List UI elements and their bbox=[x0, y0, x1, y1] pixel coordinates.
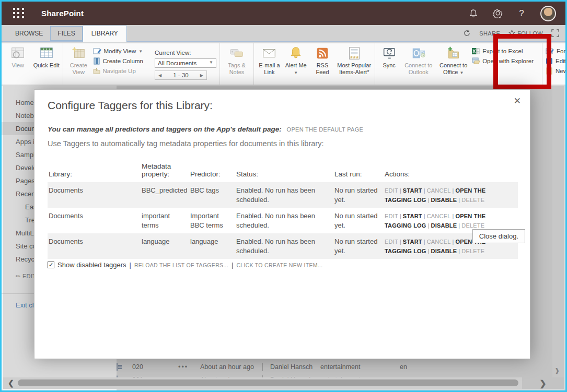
follow-link[interactable]: FOLLOW bbox=[508, 30, 543, 37]
open-default-page-link[interactable]: OPEN THE DEFAULT PAGE bbox=[287, 126, 364, 133]
tagger-actions: EDIT | START | CANCEL | OPEN THE TAGGING… bbox=[384, 182, 518, 208]
export-excel-button[interactable]: Export to Excel bbox=[472, 47, 539, 55]
taggers-col-header: Metadata property: bbox=[141, 159, 189, 182]
tab-files[interactable]: FILES bbox=[50, 26, 82, 41]
action-disable[interactable]: DISABLE bbox=[431, 222, 457, 229]
action-cancel: CANCEL bbox=[427, 239, 451, 245]
action-start[interactable]: START bbox=[403, 213, 422, 219]
tagger-cell-status: Enabled. No run has been scheduled. bbox=[235, 182, 333, 208]
reload-taggers-link[interactable]: RELOAD THE LIST OF TAGGERS... bbox=[134, 262, 228, 268]
tagger-row: DocumentsBBC_predictedBBC tagsEnabled. N… bbox=[48, 182, 518, 208]
action-separator: | bbox=[451, 187, 456, 194]
modify-view-button[interactable]: Modify View▼ bbox=[93, 47, 153, 55]
edit-library-icon bbox=[546, 57, 553, 65]
action-delete: DELETE bbox=[461, 197, 484, 203]
form-web-parts-button[interactable]: Form Web Parts▼ bbox=[546, 47, 567, 55]
close-dialog-button[interactable]: Close dialog. bbox=[472, 229, 525, 243]
user-avatar[interactable] bbox=[540, 6, 556, 21]
tagger-row: DocumentslanguagelanguageEnabled. No run… bbox=[48, 233, 518, 259]
follow-star-icon bbox=[508, 30, 515, 37]
tagger-cell-last_run: No run started yet. bbox=[333, 208, 384, 233]
alert-me-button[interactable]: Alert Me ▼ bbox=[284, 45, 308, 77]
group-customize-library: Form Web Parts▼ Edit Library New Quick S… bbox=[542, 43, 567, 85]
refresh-icon[interactable] bbox=[463, 29, 471, 37]
group-manage-views: Create View Modify View▼ Create Column N… bbox=[63, 43, 220, 85]
edit-library-button[interactable]: Edit Library bbox=[546, 57, 567, 65]
ribbon: View Quick Edit Create View Modify View▼… bbox=[2, 43, 565, 85]
action-separator: | bbox=[457, 222, 461, 229]
sync-button[interactable]: Sync bbox=[378, 45, 400, 77]
create-column-button[interactable]: Create Column bbox=[93, 57, 153, 65]
tagger-cell-status: Enabled. No run has been scheduled. bbox=[235, 208, 333, 233]
action-separator: | bbox=[457, 248, 461, 254]
form-web-parts-icon bbox=[546, 47, 554, 55]
action-edit: EDIT bbox=[385, 187, 398, 194]
tags-notes-button[interactable]: Tags & Notes bbox=[223, 45, 250, 77]
action-edit: EDIT bbox=[385, 239, 398, 245]
group-share-track: E-mail a Link Alert Me ▼ RSS Feed Most P… bbox=[254, 43, 375, 85]
rss-feed-button[interactable]: RSS Feed bbox=[310, 45, 335, 77]
most-popular-items-button[interactable]: Most Popular Items-Alert* bbox=[337, 45, 372, 77]
new-quick-step-icon bbox=[546, 67, 553, 75]
taggers-col-header: Status: bbox=[235, 159, 333, 182]
action-disable[interactable]: DISABLE bbox=[431, 248, 457, 254]
share-link[interactable]: SHARE bbox=[479, 30, 500, 37]
configure-taggers-dialog: ✕ Configure Taggers for this Library: Yo… bbox=[34, 89, 530, 359]
action-separator: | bbox=[422, 187, 427, 194]
open-explorer-button[interactable]: Open with Explorer bbox=[472, 57, 539, 64]
view-pager[interactable]: ◀ 1 - 30 ▶ bbox=[155, 70, 207, 80]
suite-bar: SharePoint ? bbox=[2, 2, 565, 25]
action-start[interactable]: START bbox=[403, 187, 422, 194]
dialog-close-icon[interactable]: ✕ bbox=[511, 94, 524, 108]
taggers-table: Library:Metadata property:Predictor:Stat… bbox=[48, 159, 518, 259]
tagger-cell-metadata: important terms bbox=[141, 208, 189, 233]
show-disabled-label: Show disabled taggers bbox=[57, 261, 126, 269]
connect-office-button[interactable]: Connect to Office ▼ bbox=[437, 45, 470, 77]
tagger-cell-status: Enabled. No run has been scheduled. bbox=[235, 233, 333, 259]
taggers-col-header: Predictor: bbox=[189, 159, 235, 182]
app-title: SharePoint bbox=[41, 9, 84, 18]
tagger-cell-metadata: BBC_predicted bbox=[141, 182, 189, 208]
action-disable[interactable]: DISABLE bbox=[431, 197, 457, 203]
action-delete: DELETE bbox=[461, 222, 484, 229]
tagger-cell-library: Documents bbox=[48, 208, 141, 233]
connect-outlook-button[interactable]: Connect to Outlook bbox=[402, 45, 435, 77]
show-disabled-checkbox[interactable]: ✓ bbox=[48, 262, 54, 268]
app-launcher-icon[interactable] bbox=[13, 8, 25, 19]
pager-prev-icon[interactable]: ◀ bbox=[158, 73, 161, 78]
action-start[interactable]: START bbox=[403, 239, 422, 245]
navigate-up-button[interactable]: Navigate Up bbox=[93, 67, 153, 75]
quick-edit-button[interactable]: Quick Edit bbox=[33, 45, 60, 77]
notifications-bell-icon[interactable] bbox=[468, 8, 479, 19]
view-button[interactable]: View bbox=[5, 45, 31, 77]
group-connect-export: Sync Connect to Outlook Connect to Offic… bbox=[375, 43, 542, 85]
pager-next-icon[interactable]: ▶ bbox=[200, 73, 203, 78]
tagger-cell-last_run: No run started yet. bbox=[333, 182, 384, 208]
tab-library[interactable]: LIBRARY bbox=[83, 26, 127, 42]
create-view-button[interactable]: Create View bbox=[66, 45, 91, 77]
action-separator: | bbox=[451, 213, 456, 219]
action-separator: | bbox=[426, 222, 431, 229]
create-column-icon bbox=[93, 57, 100, 65]
tab-browse[interactable]: BROWSE bbox=[8, 26, 50, 41]
settings-gear-icon[interactable] bbox=[492, 8, 503, 19]
email-link-button[interactable]: E-mail a Link bbox=[257, 45, 282, 77]
taggers-col-header: Last run: bbox=[333, 159, 384, 182]
new-quick-step-button[interactable]: New Quick Step bbox=[546, 67, 567, 75]
current-view-select[interactable]: All Documents▼ bbox=[155, 58, 216, 68]
dialog-intro-text: You can manage all predictors and tagger… bbox=[48, 125, 282, 133]
create-new-item-link[interactable]: CLICK TO CREATE NEW ITEM... bbox=[236, 262, 322, 268]
tagger-cell-predictor: Important BBC terms bbox=[189, 208, 235, 233]
action-edit: EDIT bbox=[385, 213, 398, 219]
action-cancel: CANCEL bbox=[427, 213, 451, 219]
action-separator: | bbox=[457, 197, 461, 203]
help-icon[interactable]: ? bbox=[516, 8, 527, 19]
dialog-title: Configure Taggers for this Library: bbox=[34, 90, 530, 112]
taggers-col-header: Library: bbox=[48, 159, 141, 182]
action-delete: DELETE bbox=[461, 248, 484, 254]
tagger-cell-library: Documents bbox=[48, 233, 141, 259]
focus-mode-icon[interactable] bbox=[551, 29, 559, 37]
tagger-cell-metadata: language bbox=[141, 233, 189, 259]
action-separator: | bbox=[398, 187, 403, 194]
group-view-format: View Quick Edit bbox=[2, 43, 63, 85]
